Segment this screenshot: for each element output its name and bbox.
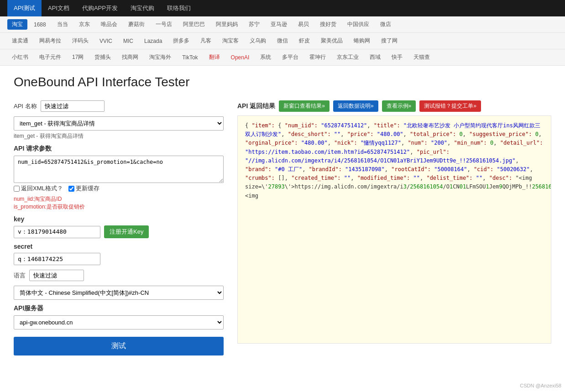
new-window-button[interactable]: 新窗口查看结果»	[279, 100, 330, 112]
platform-tab-系统[interactable]: 系统	[256, 52, 276, 63]
result-label: API 返回结果	[237, 102, 275, 110]
platform-tab-蘑菇街[interactable]: 蘑菇街	[124, 19, 149, 30]
lang-label: 语言	[14, 272, 26, 280]
checkbox-xml-label[interactable]: 返回XML格式？	[14, 184, 63, 193]
platform-tab-易贝[interactable]: 易贝	[293, 19, 314, 30]
platform-tab-阿里妈妈[interactable]: 阿里妈妈	[211, 19, 242, 30]
platform-tab-TikTok[interactable]: TikTok	[178, 52, 202, 63]
platform-tab-1688[interactable]: 1688	[29, 19, 51, 30]
platform-tab-蜷购网[interactable]: 蜷购网	[349, 36, 375, 46]
page-title: OneBound API Interface Tester	[14, 75, 551, 89]
nav-item-taobao-agent[interactable]: 淘宝代购	[124, 0, 161, 16]
key-section: key 注册开通Key	[14, 215, 224, 238]
platform-tab-VVIC[interactable]: VVIC	[95, 36, 117, 46]
api-desc: item_get - 获得淘宝商品详情	[14, 132, 224, 140]
secret-section: secret	[14, 243, 224, 265]
platform-tab-阿里巴巴[interactable]: 阿里巴巴	[178, 19, 209, 30]
nav-item-app-dev[interactable]: 代购APP开发	[76, 0, 124, 16]
platform-tab-京东工业[interactable]: 京东工业	[332, 52, 363, 63]
api-select[interactable]: item_get - 获得淘宝商品详情	[14, 116, 224, 131]
main-content: OneBound API Interface Tester API 名称 ite…	[0, 66, 565, 365]
platform-tab-洋码头[interactable]: 洋码头	[68, 36, 93, 46]
server-label: API服务器	[14, 304, 224, 313]
hint-links: num_iid:淘宝商品ID is_promotion:是否获取促销价	[14, 195, 224, 211]
platform-tab-MIC[interactable]: MIC	[119, 36, 138, 46]
platform-tab-霍坤行[interactable]: 霍坤行	[305, 52, 330, 63]
platform-tab-速卖通[interactable]: 速卖通	[7, 36, 33, 46]
platform-tab-聚美优品[interactable]: 聚美优品	[316, 36, 347, 46]
left-panel: API 名称 item_get - 获得淘宝商品详情 item_get - 获得…	[14, 100, 224, 355]
api-name-input[interactable]	[41, 100, 105, 112]
api-name-label: API 名称	[14, 102, 37, 110]
checkbox-row: 返回XML格式？ 更新缓存	[14, 184, 224, 193]
nav-item-api-test[interactable]: API测试	[7, 0, 42, 16]
platform-tab-货捕头[interactable]: 货捕头	[90, 52, 115, 63]
platform-tab-网易考拉[interactable]: 网易考拉	[35, 36, 66, 46]
api-name-row: API 名称	[14, 100, 224, 112]
platform-tab-搜好货[interactable]: 搜好货	[315, 19, 341, 30]
platform-tab-京东[interactable]: 京东	[74, 19, 94, 30]
platform-tab-苏宁[interactable]: 苏宁	[244, 19, 264, 30]
result-header: API 返回结果 新窗口查看结果» 返回数据说明» 查看示例» 测试报错？提交工…	[237, 100, 551, 112]
platform-tab-快手[interactable]: 快手	[387, 52, 407, 63]
platform-tab-凡客[interactable]: 凡客	[196, 36, 216, 46]
platform-tab-亚马逊[interactable]: 亚马逊	[266, 19, 292, 30]
platform-tab-17网[interactable]: 17网	[68, 52, 88, 63]
secret-input[interactable]	[14, 253, 100, 265]
register-key-button[interactable]: 注册开通Key	[104, 225, 149, 238]
platform-tab-淘宝[interactable]: 淘宝	[7, 19, 27, 30]
result-box[interactable]: { "item": { "num_iid": "652874751412", "…	[237, 115, 551, 344]
top-navigation: API测试 API文档 代购APP开发 淘宝代购 联络我们	[0, 0, 565, 16]
platform-tab-虾皮[interactable]: 虾皮	[294, 36, 314, 46]
platform-tabs-row2: 速卖通网易考拉洋码头VVICMICLazada拼多多凡客淘宝客义乌购微信虾皮聚美…	[0, 33, 565, 49]
platform-tab-义乌购[interactable]: 义乌购	[245, 36, 271, 46]
platform-tab-Lazada[interactable]: Lazada	[140, 36, 167, 46]
checkbox-cache[interactable]	[68, 186, 74, 192]
hint-num-iid[interactable]: num_iid:淘宝商品ID	[14, 196, 62, 202]
platform-tab-拼多多[interactable]: 拼多多	[168, 36, 194, 46]
platform-tab-淘宝客[interactable]: 淘宝客	[218, 36, 243, 46]
platform-tab-微店[interactable]: 微店	[376, 19, 396, 30]
lang-select[interactable]: 简体中文 - Chinese Simplified(中文[简体])#zh-CN	[14, 286, 224, 300]
params-textarea[interactable]: num_iid=652874751412&is_promotion=1&cach…	[14, 156, 224, 183]
platform-tab-小红书[interactable]: 小红书	[7, 52, 33, 63]
platform-tab-翻译[interactable]: 翻译	[204, 52, 225, 63]
key-row: 注册开通Key	[14, 225, 224, 238]
nav-item-contact[interactable]: 联络我们	[161, 0, 197, 16]
server-section: API服务器 api-gw.onebound.cn	[14, 304, 224, 329]
params-label: API 请求参数	[14, 145, 224, 153]
checkbox-cache-label[interactable]: 更新缓存	[68, 184, 99, 193]
content-grid: API 名称 item_get - 获得淘宝商品详情 item_get - 获得…	[14, 100, 551, 355]
return-doc-button[interactable]: 返回数据说明»	[333, 100, 378, 112]
lang-row: 语言	[14, 270, 224, 281]
platform-tab-当当[interactable]: 当当	[52, 19, 73, 30]
key-input[interactable]	[14, 226, 100, 238]
platform-tab-天猫查[interactable]: 天猫查	[409, 52, 434, 63]
secret-row	[14, 253, 224, 265]
platform-tab-找商网[interactable]: 找商网	[117, 52, 143, 63]
platform-tab-搜了网[interactable]: 搜了网	[377, 36, 402, 46]
checkbox-xml[interactable]	[14, 186, 20, 192]
platform-tab-OpenAI[interactable]: OpenAI	[226, 52, 254, 63]
platform-tab-中国供应[interactable]: 中国供应	[343, 19, 374, 30]
nav-item-api-docs[interactable]: API文档	[42, 0, 76, 16]
platform-tab-一号店[interactable]: 一号店	[151, 19, 177, 30]
key-label: key	[14, 215, 224, 223]
platform-tab-唯品会[interactable]: 唯品会	[96, 19, 122, 30]
right-panel: API 返回结果 新窗口查看结果» 返回数据说明» 查看示例» 测试报错？提交工…	[237, 100, 551, 355]
view-example-button[interactable]: 查看示例»	[382, 100, 416, 112]
platform-tab-多平台[interactable]: 多平台	[277, 52, 303, 63]
platform-tabs-row3: 小红书电子元件17网货捕头找商网淘宝海外TikTok翻译OpenAI系统多平台霍…	[0, 49, 565, 66]
hint-is-promotion[interactable]: is_promotion:是否获取促销价	[14, 204, 85, 210]
report-error-button[interactable]: 测试报错？提交工单»	[419, 100, 481, 112]
server-select[interactable]: api-gw.onebound.cn	[14, 315, 224, 329]
platform-tabs-row1: 淘宝1688当当京东唯品会蘑菇街一号店阿里巴巴阿里妈妈苏宁亚马逊易贝搜好货中国供…	[0, 16, 565, 33]
secret-label: secret	[14, 243, 224, 250]
lang-filter-input[interactable]	[29, 270, 84, 281]
platform-tab-电子元件[interactable]: 电子元件	[35, 52, 66, 63]
platform-tab-淘宝海外[interactable]: 淘宝海外	[145, 52, 176, 63]
platform-tab-微信[interactable]: 微信	[272, 36, 293, 46]
platform-tab-西域[interactable]: 西域	[365, 52, 385, 63]
test-button[interactable]: 测试	[14, 337, 224, 355]
